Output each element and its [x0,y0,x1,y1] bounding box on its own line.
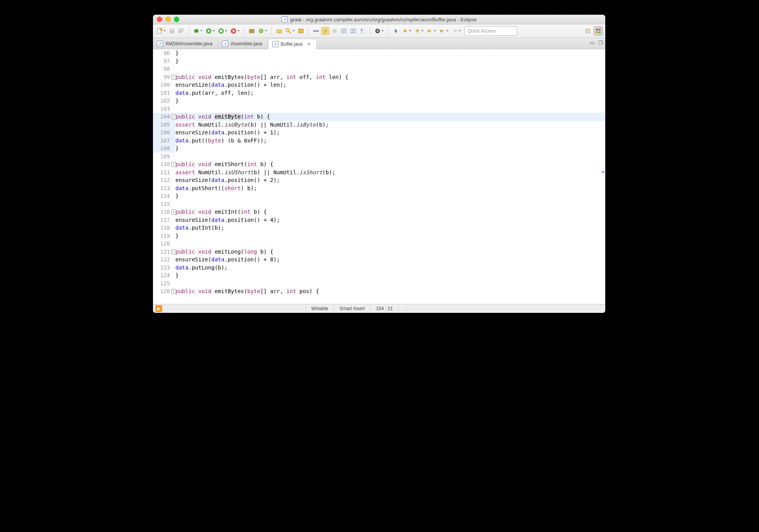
code-line[interactable]: 109 [153,153,605,161]
line-number[interactable]: 97 [153,57,175,65]
line-number[interactable]: 123 [153,264,175,272]
code-content[interactable]: data.put((byte) (b & 0xFF)); [175,137,605,145]
code-content[interactable]: ensureSize(data.position() + 4); [175,216,605,224]
code-content[interactable]: ensureSize(data.position() + 2); [175,176,605,184]
line-number[interactable]: 100 [153,81,175,89]
new-button[interactable] [155,27,164,35]
editor-tab[interactable]: JAssembler.java [218,39,268,49]
code-line[interactable]: 106 ensureSize(data.position() + 1); [153,129,605,137]
code-content[interactable]: } [175,192,605,200]
scroll-overview-ruler[interactable] [600,49,605,304]
open-task-button[interactable] [297,27,305,35]
close-window-button[interactable] [157,17,162,22]
code-content[interactable]: public void emitLong(long b) { [175,248,605,256]
code-content[interactable]: } [175,49,605,57]
quick-access-input[interactable]: Quick Access [464,26,517,36]
save-all-button[interactable] [177,27,185,35]
code-line[interactable]: 108 } [153,144,605,153]
run-last-button[interactable] [229,27,238,35]
line-number[interactable]: 124 [153,271,175,280]
show-whitespace-button[interactable] [340,27,348,35]
close-tab-icon[interactable]: ✕ [307,41,311,47]
line-number[interactable]: 117 [153,216,175,224]
code-line[interactable]: 120 [153,240,605,248]
fold-toggle-icon[interactable]: − [171,75,176,80]
editor-tab[interactable]: JAMD64Assembler.java [153,39,218,49]
code-line[interactable]: 104− public void emitByte(int b) { [153,113,605,121]
code-line[interactable]: 111 assert NumUtil.isUShort(b) || NumUti… [153,168,605,177]
toggle-mark-button[interactable] [321,27,330,35]
line-number[interactable]: 121− [153,248,175,256]
fold-toggle-icon[interactable]: − [171,162,176,167]
code-editor[interactable]: 96 }97 }9899− public void emitBytes(byte… [153,49,605,304]
code-line[interactable]: 115 [153,200,605,208]
code-content[interactable]: data.putShort((short) b); [175,184,605,192]
block-select-button[interactable] [330,27,339,35]
line-number[interactable]: 96 [153,49,175,57]
line-number[interactable]: 120 [153,240,175,248]
line-number[interactable]: 110− [153,160,175,168]
prev-annotation-button[interactable] [413,27,422,35]
last-edit-button[interactable] [426,27,434,35]
code-line[interactable]: 112 ensureSize(data.position() + 2); [153,176,605,184]
code-line[interactable]: 99− public void emitBytes(byte[] arr, in… [153,73,605,81]
code-line[interactable]: 113 data.putShort((short) b); [153,184,605,192]
line-number[interactable]: 99− [153,73,175,81]
line-number[interactable]: 98 [153,65,175,73]
line-number[interactable]: 106 [153,129,175,137]
open-type-button[interactable] [275,27,283,35]
new-class-button[interactable]: C [257,27,265,35]
code-content[interactable]: public void emitInt(int b) { [175,208,605,216]
fold-toggle-icon[interactable]: − [171,249,176,254]
code-line[interactable]: 123 data.putLong(b); [153,264,605,272]
code-content[interactable]: } [175,232,605,240]
maximize-view-icon[interactable]: ❐ [598,40,603,46]
code-content[interactable] [175,200,605,208]
code-line[interactable]: 117 ensureSize(data.position() + 4); [153,216,605,224]
new-package-button[interactable] [247,27,256,35]
line-number[interactable]: 107 [153,137,175,145]
code-line[interactable]: 125 [153,280,605,288]
line-number[interactable]: 125 [153,280,175,288]
code-line[interactable]: 122 ensureSize(data.position() + 8); [153,256,605,264]
code-line[interactable]: 116− public void emitInt(int b) { [153,208,605,216]
code-content[interactable]: public void emitBytes(byte[] arr, int of… [175,73,605,81]
code-line[interactable]: 114 } [153,192,605,200]
line-number[interactable]: 101 [153,89,175,97]
save-button[interactable] [168,27,176,35]
forward-button[interactable] [450,27,459,35]
code-line[interactable]: 98 [153,65,605,73]
line-number[interactable]: 103 [153,105,175,113]
line-number[interactable]: 119 [153,232,175,240]
code-content[interactable]: ensureSize(data.position() + 1); [175,129,605,137]
code-content[interactable]: public void emitShort(int b) { [175,160,605,168]
code-content[interactable] [175,65,605,73]
line-number[interactable]: 114 [153,192,175,200]
code-line[interactable]: 103 [153,105,605,113]
code-line[interactable]: 101 data.put(arr, off, len); [153,89,605,97]
fold-toggle-icon[interactable]: − [171,209,176,215]
code-content[interactable]: public void emitByte(int b) { [175,113,605,121]
code-content[interactable] [175,240,605,248]
code-content[interactable]: ensureSize(data.position() + 8); [175,256,605,264]
code-line[interactable]: 118 data.putInt(b); [153,224,605,232]
run-button[interactable] [204,27,213,35]
rss-icon[interactable] [155,305,162,312]
line-number[interactable]: 115 [153,200,175,208]
paragraph-button[interactable]: ¶ [358,27,367,35]
coverage-button[interactable] [217,27,225,35]
back-button[interactable] [438,27,446,35]
line-number[interactable]: 104− [153,113,175,121]
line-number[interactable]: 112 [153,176,175,184]
code-line[interactable]: 102 } [153,97,605,105]
debug-button[interactable] [192,27,201,35]
minimize-view-icon[interactable]: ▭ [590,40,594,46]
code-content[interactable]: assert NumUtil.isUShort(b) || NumUtil.is… [175,168,605,177]
code-content[interactable]: } [175,144,605,153]
code-content[interactable]: assert NumUtil.isUByte(b) || NumUtil.isB… [175,121,605,129]
line-number[interactable]: 113 [153,184,175,192]
search-button[interactable] [284,27,293,35]
code-line[interactable]: 107 data.put((byte) (b & 0xFF)); [153,137,605,145]
code-line[interactable]: 97 } [153,57,605,65]
code-content[interactable]: public void emitBytes(byte[] arr, int po… [175,287,605,295]
